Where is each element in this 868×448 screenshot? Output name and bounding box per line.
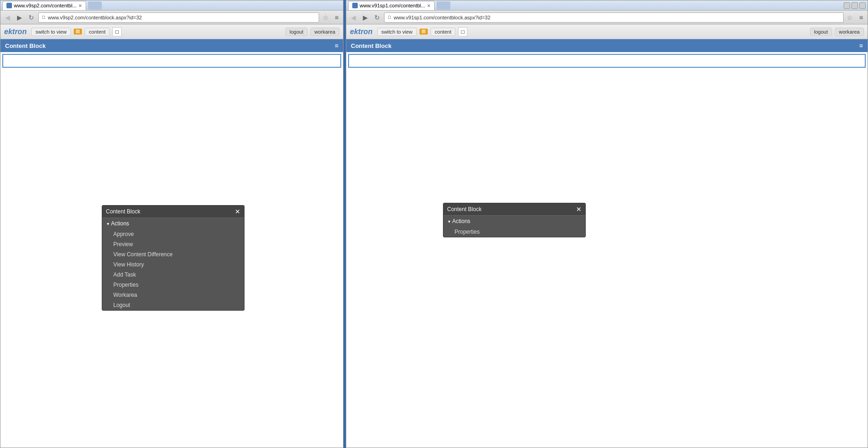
- right-content-btn[interactable]: content: [431, 28, 455, 36]
- right-popup-title: Content Block: [447, 206, 482, 212]
- left-refresh-btn[interactable]: ↻: [26, 12, 36, 23]
- left-forward-btn[interactable]: ▶: [14, 12, 24, 23]
- right-workarea-btn[interactable]: workarea: [835, 28, 864, 36]
- right-switch-to-view-btn[interactable]: switch to view: [377, 28, 417, 36]
- left-new-tab-btn[interactable]: [88, 1, 102, 10]
- left-tab-label: www.v9sp2.com/contentbl...: [14, 3, 76, 8]
- left-popup-item-logout[interactable]: Logout: [102, 300, 244, 310]
- right-orange-badge: III: [419, 29, 428, 35]
- left-popup-item-view-content-diff[interactable]: View Content Difference: [102, 249, 244, 259]
- right-page-content: [348, 54, 866, 68]
- left-page-icon-btn[interactable]: □: [112, 27, 122, 36]
- left-back-btn[interactable]: ◀: [2, 12, 12, 23]
- right-popup-item-properties[interactable]: Properties: [443, 227, 585, 237]
- left-actions-chevron: ▾: [107, 221, 109, 226]
- right-tab-close[interactable]: ✕: [427, 3, 431, 8]
- left-menu-btn[interactable]: ≡: [332, 13, 341, 22]
- right-actions-header[interactable]: ▾ Actions: [443, 216, 585, 227]
- left-browser-body: Content Block ≡ Content Block ✕ ▾ Action…: [0, 39, 343, 448]
- right-popup-titlebar: Content Block ✕: [443, 203, 585, 216]
- left-tab-close[interactable]: ✕: [78, 3, 82, 8]
- left-workarea-btn[interactable]: workarea: [310, 28, 339, 36]
- right-tab-label: www.v91sp1.com/contentbl...: [360, 3, 425, 8]
- left-star-btn[interactable]: ☆: [321, 13, 330, 22]
- right-content-block-title: Content Block: [351, 42, 391, 49]
- right-address-icon: 🗋: [387, 15, 392, 20]
- right-ektron-logo: ektron: [350, 28, 373, 36]
- right-browser-toolbar: ◀ ▶ ↻ 🗋 www.v91sp1.com/contentblock.aspx…: [346, 11, 868, 24]
- left-tab-favicon: [6, 3, 12, 8]
- right-browser-window: www.v91sp1.com/contentbl... ✕ ◀ ▶ ↻ 🗋 ww…: [346, 0, 868, 448]
- left-ektron-logo: ektron: [4, 28, 27, 36]
- left-browser-tab[interactable]: www.v9sp2.com/contentbl... ✕: [2, 1, 86, 10]
- left-popup-item-properties[interactable]: Properties: [102, 280, 244, 290]
- left-content-block-title: Content Block: [5, 42, 46, 49]
- right-star-btn[interactable]: ☆: [845, 13, 855, 22]
- left-ektron-toolbar: ektron switch to view III content □ logo…: [0, 24, 343, 39]
- left-actions-header[interactable]: ▾ Actions: [102, 218, 244, 229]
- right-popup-overlay: Content Block ✕ ▾ Actions Properties: [443, 203, 586, 237]
- left-browser-toolbar: ◀ ▶ ↻ 🗋 www.v9sp2.com/contentblock.aspx?…: [0, 11, 343, 24]
- right-minimize-btn[interactable]: [844, 2, 850, 9]
- left-actions-label: Actions: [111, 220, 129, 227]
- left-hamburger-icon[interactable]: ≡: [335, 42, 338, 49]
- right-popup-menu: Content Block ✕ ▾ Actions Properties: [443, 203, 586, 237]
- left-popup-title: Content Block: [106, 208, 140, 215]
- right-actions-chevron: ▾: [448, 219, 450, 224]
- left-popup-overlay: Content Block ✕ ▾ Actions Approve Previe…: [102, 205, 245, 311]
- right-back-btn[interactable]: ◀: [348, 12, 358, 23]
- right-address-text: www.v91sp1.com/contentblock.aspx?id=32: [394, 15, 490, 20]
- right-forward-btn[interactable]: ▶: [360, 12, 370, 23]
- right-close-btn[interactable]: [859, 2, 866, 9]
- right-new-tab-btn[interactable]: [437, 1, 450, 10]
- right-browser-body: Content Block ≡ Content Block ✕ ▾ Action…: [346, 39, 868, 448]
- left-address-bar[interactable]: 🗋 www.v9sp2.com/contentblock.aspx?id=32: [38, 12, 319, 23]
- left-address-text: www.v9sp2.com/contentblock.aspx?id=32: [48, 15, 142, 20]
- left-titlebar: www.v9sp2.com/contentbl... ✕: [0, 0, 343, 11]
- left-content-block-header: Content Block ≡: [0, 39, 343, 52]
- right-browser-tab[interactable]: www.v91sp1.com/contentbl... ✕: [348, 1, 435, 10]
- right-logout-btn[interactable]: logout: [810, 28, 832, 36]
- left-popup-item-view-history[interactable]: View History: [102, 259, 244, 270]
- right-address-bar[interactable]: 🗋 www.v91sp1.com/contentblock.aspx?id=32: [384, 12, 844, 23]
- right-content-block-header: Content Block ≡: [346, 39, 868, 52]
- right-maximize-btn[interactable]: [851, 2, 858, 9]
- left-popup-item-approve[interactable]: Approve: [102, 229, 244, 239]
- left-orange-badge: III: [74, 29, 82, 35]
- left-popup-item-add-task[interactable]: Add Task: [102, 270, 244, 280]
- right-ektron-toolbar: ektron switch to view III content □ logo…: [346, 24, 868, 39]
- right-menu-btn[interactable]: ≡: [856, 13, 866, 22]
- right-titlebar: www.v91sp1.com/contentbl... ✕: [346, 0, 868, 11]
- right-refresh-btn[interactable]: ↻: [372, 12, 382, 23]
- left-popup-titlebar: Content Block ✕: [102, 206, 244, 218]
- right-hamburger-icon[interactable]: ≡: [859, 42, 863, 49]
- left-popup-close-btn[interactable]: ✕: [235, 208, 240, 215]
- right-window-controls: [844, 2, 866, 9]
- left-popup-menu: Content Block ✕ ▾ Actions Approve Previe…: [102, 205, 245, 311]
- left-popup-item-workarea[interactable]: Workarea: [102, 290, 244, 300]
- right-popup-close-btn[interactable]: ✕: [576, 206, 582, 213]
- left-address-icon: 🗋: [41, 15, 46, 20]
- right-actions-label: Actions: [452, 218, 470, 224]
- left-page-content: [2, 54, 341, 68]
- left-browser-window: www.v9sp2.com/contentbl... ✕ ◀ ▶ ↻ 🗋 www…: [0, 0, 344, 448]
- left-logout-btn[interactable]: logout: [285, 28, 308, 36]
- left-popup-item-preview[interactable]: Preview: [102, 239, 244, 249]
- right-tab-favicon: [352, 3, 358, 8]
- right-page-icon-btn[interactable]: □: [458, 27, 467, 36]
- left-switch-to-view-btn[interactable]: switch to view: [31, 28, 71, 36]
- left-content-btn[interactable]: content: [85, 28, 110, 36]
